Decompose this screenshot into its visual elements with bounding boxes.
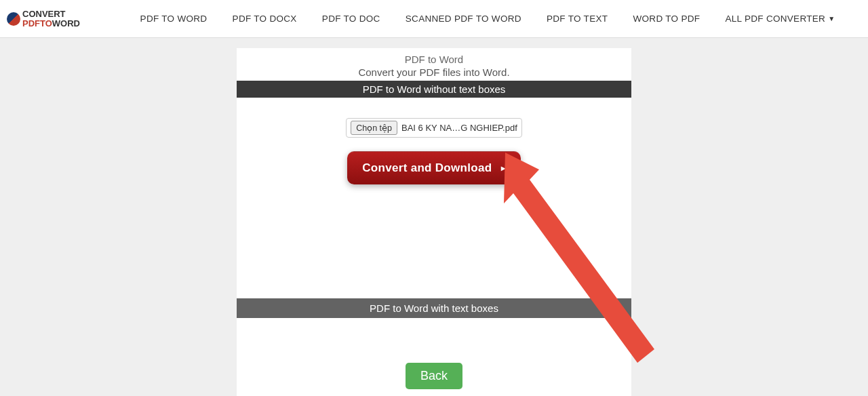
convert-label: Convert and Download xyxy=(362,161,492,175)
upload-section: Chọn tệp BAI 6 KY NA…G NGHIEP.pdf Conver… xyxy=(237,98,631,233)
file-picker[interactable]: Chọn tệp BAI 6 KY NA…G NGHIEP.pdf xyxy=(346,118,522,138)
logo-word: WORD xyxy=(52,18,80,28)
section-band-without-boxes: PDF to Word without text boxes xyxy=(237,81,631,98)
brand-logo[interactable]: CONVERT PDFTOWORD xyxy=(7,9,80,28)
nav-word-to-pdf[interactable]: WORD TO PDF xyxy=(633,14,700,24)
error-message: Error uploading file xyxy=(237,338,631,349)
choose-file-button[interactable]: Chọn tệp xyxy=(351,121,397,135)
logo-line1: CONVERT xyxy=(22,9,80,19)
section-band-with-boxes: PDF to Word with text boxes xyxy=(237,298,631,318)
result-section: Error uploading file Back xyxy=(237,318,631,396)
back-button[interactable]: Back xyxy=(406,363,462,389)
top-header: CONVERT PDFTOWORD PDF TO WORD PDF TO DOC… xyxy=(0,0,868,38)
main-nav: PDF TO WORD PDF TO DOCX PDF TO DOC SCANN… xyxy=(107,14,868,24)
page-title: PDF to Word xyxy=(237,54,631,65)
nav-all-converter[interactable]: ALL PDF CONVERTER ▼ xyxy=(725,14,835,24)
nav-pdf-to-text[interactable]: PDF TO TEXT xyxy=(547,14,608,24)
title-area: PDF to Word Convert your PDF files into … xyxy=(237,48,631,81)
logo-text: CONVERT PDFTOWORD xyxy=(22,9,80,28)
logo-to: TO xyxy=(40,18,52,28)
nav-pdf-to-doc[interactable]: PDF TO DOC xyxy=(322,14,380,24)
nav-all-label: ALL PDF CONVERTER xyxy=(725,14,825,24)
convert-download-button[interactable]: Convert and Download ▸ xyxy=(347,151,520,184)
nav-pdf-to-docx[interactable]: PDF TO DOCX xyxy=(233,14,297,24)
page-subtitle: Convert your PDF files into Word. xyxy=(237,66,631,78)
logo-pdf: PDF xyxy=(22,18,40,28)
main-area: PDF to Word Convert your PDF files into … xyxy=(0,38,868,396)
converter-card: PDF to Word Convert your PDF files into … xyxy=(237,48,631,396)
dropdown-caret-icon: ▼ xyxy=(828,15,835,22)
arrow-right-icon: ▸ xyxy=(501,163,505,173)
nav-pdf-to-word[interactable]: PDF TO WORD xyxy=(140,14,208,24)
logo-circle-icon xyxy=(7,12,20,26)
nav-scanned-pdf[interactable]: SCANNED PDF TO WORD xyxy=(406,14,521,24)
selected-filename: BAI 6 KY NA…G NGHIEP.pdf xyxy=(401,123,517,133)
